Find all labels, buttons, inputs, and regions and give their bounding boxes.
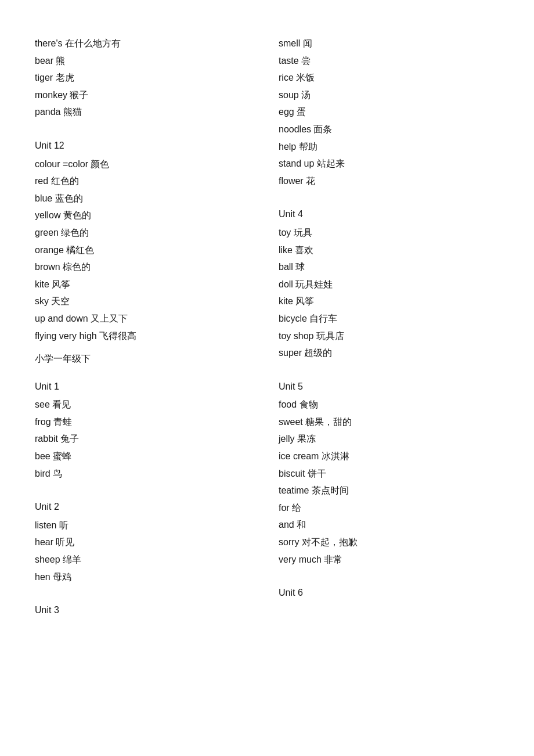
vocab-item: yellow 黄色的 <box>35 207 279 224</box>
spacer <box>279 568 522 574</box>
vocab-item: sweet 糖果，甜的 <box>279 413 522 431</box>
vocab-item: kite 风筝 <box>35 276 279 293</box>
vocab-item: colour =color 颜色 <box>35 156 279 173</box>
unit-header: Unit 4 <box>279 206 522 223</box>
left-column: there's 在什么地方有bear 熊tiger 老虎monkey 猴子pan… <box>35 35 279 620</box>
vocab-item: green 绿色的 <box>35 224 279 242</box>
unit-header: Unit 5 <box>279 378 522 395</box>
vocab-item: panda 熊猫 <box>35 103 279 121</box>
vocab-item: and 和 <box>279 516 522 534</box>
unit-header: Unit 3 <box>35 602 279 619</box>
spacer <box>35 121 279 127</box>
vocab-item: tiger 老虎 <box>35 69 279 87</box>
vocab-item: red 红色的 <box>35 172 279 190</box>
vocab-item: blue 蓝色的 <box>35 190 279 207</box>
vocab-item: stand up 站起来 <box>279 155 522 172</box>
vocab-item: biscuit 饼干 <box>279 465 522 483</box>
vocab-item: soup 汤 <box>279 87 522 104</box>
vocab-item: toy 玩具 <box>279 224 522 242</box>
unit-header: Unit 12 <box>35 137 279 154</box>
vocab-item: listen 听 <box>35 517 279 534</box>
vocab-item: bee 蜜蜂 <box>35 448 279 465</box>
vocab-item: flower 花 <box>279 172 522 190</box>
spacer <box>35 482 279 488</box>
vocab-item: hen 母鸡 <box>35 568 279 586</box>
vocab-item: sorry 对不起，抱歉 <box>279 534 522 551</box>
vocab-item: doll 玩具娃娃 <box>279 276 522 293</box>
vocab-item: teatime 茶点时间 <box>279 482 522 499</box>
vocab-item: flying very high 飞得很高 <box>35 327 279 345</box>
spacer <box>279 362 522 368</box>
vocab-item: frog 青蛙 <box>35 413 279 431</box>
vocab-item: orange 橘红色 <box>35 242 279 259</box>
vocab-item: food 食物 <box>279 396 522 413</box>
vocab-item: up and down 又上又下 <box>35 310 279 327</box>
unit-header: Unit 2 <box>35 498 279 516</box>
vocab-item: help 帮助 <box>279 138 522 156</box>
unit-header: Unit 1 <box>35 378 279 395</box>
vocab-item: jelly 果冻 <box>279 430 522 448</box>
vocab-item: monkey 猴子 <box>35 87 279 104</box>
vocab-item: hear 听见 <box>35 534 279 551</box>
vocab-item: ice cream 冰淇淋 <box>279 448 522 465</box>
vocab-item: see 看见 <box>35 396 279 413</box>
vocab-item: smell 闻 <box>279 35 522 52</box>
vocab-item: super 超级的 <box>279 344 522 362</box>
vocab-item: rice 米饭 <box>279 69 522 87</box>
vocab-item: toy shop 玩具店 <box>279 327 522 345</box>
unit-header: Unit 6 <box>279 584 522 602</box>
vocab-item: sheep 绵羊 <box>35 551 279 568</box>
vocab-item: rabbit 兔子 <box>35 430 279 448</box>
vocab-item: for 给 <box>279 499 522 517</box>
vocab-item: egg 蛋 <box>279 103 522 121</box>
vocab-item: kite 风筝 <box>279 293 522 310</box>
right-column: smell 闻taste 尝rice 米饭soup 汤egg 蛋noodles … <box>279 35 522 620</box>
spacer <box>35 344 279 350</box>
vocab-item: bird 鸟 <box>35 465 279 483</box>
vocab-item: there's 在什么地方有 <box>35 35 279 52</box>
vocab-item: taste 尝 <box>279 52 522 70</box>
vocab-item: noodles 面条 <box>279 121 522 138</box>
vocab-item: bicycle 自行车 <box>279 310 522 327</box>
vocab-item: 小学一年级下 <box>35 350 279 368</box>
vocab-item: ball 球 <box>279 258 522 276</box>
vocab-item: brown 棕色的 <box>35 258 279 276</box>
vocab-item: like 喜欢 <box>279 242 522 259</box>
spacer <box>35 585 279 591</box>
spacer <box>279 189 522 195</box>
vocab-item: very much 非常 <box>279 551 522 568</box>
vocab-item: bear 熊 <box>35 52 279 70</box>
vocab-item: sky 天空 <box>35 293 279 310</box>
